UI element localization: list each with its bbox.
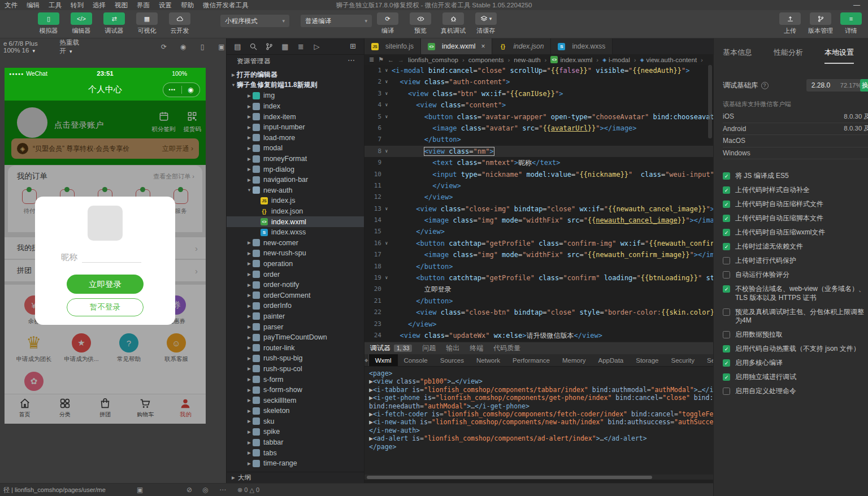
wxml-node[interactable]: ▶<view class="pb100">…</view> xyxy=(369,377,713,385)
tree-item-seckillItem[interactable]: ▶seckillItem xyxy=(227,395,364,406)
devtools-tab-Console[interactable]: Console xyxy=(398,354,434,366)
switch-library-button[interactable]: 换 xyxy=(860,79,868,92)
editor-tab-index.wxss[interactable]: Sindex.wxss xyxy=(551,38,613,54)
setting-checkbox[interactable]: ✓上传时过滤无依赖文件 xyxy=(723,242,867,251)
setting-checkbox[interactable]: ✓上传代码时自动压缩wxml文件 xyxy=(723,228,867,237)
tree-item-parser[interactable]: ▶parser xyxy=(227,321,364,332)
devtools-tab-AppData[interactable]: AppData xyxy=(592,354,630,366)
tree-item-s-form[interactable]: ▶s-form xyxy=(227,374,364,385)
compile-select[interactable]: 普通编译▾ xyxy=(301,15,372,27)
breadcrumb-item[interactable]: ◈view.auth-content xyxy=(640,56,697,63)
login-now-button[interactable]: 立即登录 xyxy=(67,275,144,294)
devtools-tab-Wxml[interactable]: Wxml xyxy=(369,354,398,366)
fold-arrow[interactable]: ∨ xyxy=(381,65,392,76)
wxml-node[interactable]: ▶<i-get-phone is="lionfish_comshop/compo… xyxy=(369,394,713,402)
database-icon[interactable]: ≣ xyxy=(297,42,305,51)
tree-item-payTimeCountDown[interactable]: ▶payTimeCountDown xyxy=(227,332,364,343)
devtools-tab-Performance[interactable]: Performance xyxy=(506,354,556,366)
menu-item[interactable]: 文件 xyxy=(0,1,22,10)
wxml-node[interactable]: ▶<i-fetch-coder is="lionfish_comshop/com… xyxy=(369,410,713,418)
toolbar-action-真机调试[interactable]: 真机调试 xyxy=(440,12,467,35)
wxml-node[interactable]: </page> xyxy=(369,443,713,451)
device-select[interactable]: e 6/7/8 Plus 100% 16 ▾ xyxy=(3,40,47,54)
toolbar-button-调试器[interactable]: ⇄调试器 xyxy=(101,12,128,35)
choose-avatar-button[interactable] xyxy=(88,206,123,241)
fold-arrow[interactable] xyxy=(381,261,392,272)
toolbar-button-版本管理[interactable]: 版本管理 xyxy=(807,12,834,35)
editor-tab-index.json[interactable]: {}index.json xyxy=(492,38,551,54)
fold-arrow[interactable] xyxy=(381,330,392,341)
menu-item[interactable]: 编辑 xyxy=(22,1,44,10)
menu-item[interactable]: 选择 xyxy=(88,1,110,10)
more-icon[interactable]: ⋯ xyxy=(219,486,226,494)
tree-item-index.json[interactable]: {}index.json xyxy=(227,206,364,217)
menu-item[interactable]: 界面 xyxy=(132,1,154,10)
setting-checkbox[interactable]: ✓上传代码时自动压缩脚本文件 xyxy=(723,214,867,223)
tree-item-new-auth[interactable]: ▼new-auth xyxy=(227,185,364,196)
toolbar-button-模拟器[interactable]: ▯模拟器 xyxy=(35,12,62,35)
tree-item-orderInfo[interactable]: ▶orderInfo xyxy=(227,301,364,311)
toolbar-button-可视化[interactable]: ▦可视化 xyxy=(133,12,160,35)
fold-arrow[interactable] xyxy=(381,319,392,330)
setting-checkbox[interactable]: 上传时进行代码保护 xyxy=(723,256,867,266)
base-library-select[interactable]: 2.28.0 72.17% xyxy=(806,79,866,92)
fold-arrow[interactable] xyxy=(381,307,392,318)
breadcrumb-item[interactable]: ◈i-modal xyxy=(602,56,630,63)
fold-arrow[interactable]: ∨ xyxy=(381,88,392,99)
list-icon[interactable]: ≣ xyxy=(369,56,374,63)
settings-tab-基本信息[interactable]: 基本信息 xyxy=(723,47,752,64)
setting-checkbox[interactable]: ✓将 JS 编译成 ES5 xyxy=(723,172,867,181)
editor-scrollbar[interactable] xyxy=(708,65,712,138)
fold-arrow[interactable]: ∨ xyxy=(381,76,392,88)
menu-item[interactable]: 帮助 xyxy=(176,1,198,10)
outline-section[interactable]: ▶ 大纲 xyxy=(227,472,364,483)
menu-item[interactable]: 微信开发者工具 xyxy=(198,1,253,10)
toolbar-button-云开发[interactable]: 云开发 xyxy=(166,12,193,35)
fold-arrow[interactable] xyxy=(381,249,392,260)
toolbar-action-编译[interactable]: ⟳编译 xyxy=(374,12,401,35)
panel-tab-代码质量[interactable]: 代码质量 xyxy=(493,343,520,353)
tree-item-tabs[interactable]: ▶tabs xyxy=(227,447,364,458)
wxml-node[interactable]: ▶<ad-alert is="lionfish_comshop/componen… xyxy=(369,434,713,442)
tree-item-painter[interactable]: ▶painter xyxy=(227,311,364,322)
fold-arrow[interactable] xyxy=(381,226,392,237)
tree-item-狮子鱼修复前端11.8新规则[interactable]: ▼狮子鱼修复前端11.8新规则 xyxy=(227,80,364,91)
fold-arrow[interactable] xyxy=(381,123,392,134)
editor-tab-index.wxml[interactable]: <>index.wxml× xyxy=(421,38,492,54)
toolbar-button-编辑器[interactable]: </>编辑器 xyxy=(68,12,95,35)
toolbar-button-上传[interactable]: 上传 xyxy=(776,12,804,35)
panel-tab-调试器[interactable]: 调试器1, 33 xyxy=(370,343,412,353)
tree-item-s-form-show[interactable]: ▶s-form-show xyxy=(227,385,364,395)
tree-item-orderComment[interactable]: ▶orderComment xyxy=(227,290,364,301)
explorer-strip-right[interactable]: ⊞ xyxy=(350,42,356,50)
breadcrumb-item[interactable]: lionfish_comshop xyxy=(408,56,458,63)
login-later-button[interactable]: 暂不登录 xyxy=(67,298,144,316)
devtools-tab-Memory[interactable]: Memory xyxy=(556,354,592,366)
fold-arrow[interactable]: ∨ xyxy=(381,99,392,111)
fold-arrow[interactable] xyxy=(381,284,392,295)
capsule-target-icon[interactable]: ◉ xyxy=(182,86,200,94)
tree-item-index[interactable]: ▶index xyxy=(227,101,364,112)
copy-icon[interactable]: ▣ xyxy=(137,486,143,494)
setting-checkbox[interactable]: 自动运行体验评分 xyxy=(723,271,867,280)
fold-arrow[interactable]: ∨ xyxy=(381,238,392,249)
minimize-button[interactable]: — xyxy=(853,1,860,9)
record-icon[interactable]: ◉ xyxy=(179,43,188,51)
toolbar-button-详情[interactable]: ≡详情 xyxy=(837,12,865,35)
tree-item-new-rush-spu[interactable]: ▶new-rush-spu xyxy=(227,248,364,259)
scrollbar-thumb[interactable] xyxy=(367,476,652,479)
search-icon[interactable] xyxy=(249,42,258,51)
menu-item[interactable]: 工具 xyxy=(44,1,66,10)
fold-arrow[interactable]: ∨ xyxy=(381,111,392,123)
wxml-node[interactable]: bind:needauth="authModal">…</i-get-phone… xyxy=(369,402,713,410)
settings-tab-性能分析[interactable]: 性能分析 xyxy=(774,47,803,64)
tree-item-input-number[interactable]: ▶input-number xyxy=(227,122,364,133)
fold-arrow[interactable] xyxy=(381,169,392,180)
setting-checkbox[interactable]: ✓上传代码时样式自动补全 xyxy=(723,186,867,195)
fold-arrow[interactable] xyxy=(381,157,392,168)
devtools-tab-Sources[interactable]: Sources xyxy=(434,354,470,366)
wxml-node[interactable]: ▶<i-tabbar is="lionfish_comshop/componen… xyxy=(369,386,713,394)
setting-checkbox[interactable]: 启用数据预拉取 xyxy=(723,330,867,340)
tree-item-navigation-bar[interactable]: ▶navigation-bar xyxy=(227,175,364,185)
inspect-icon[interactable]: ⌖ xyxy=(364,354,369,366)
